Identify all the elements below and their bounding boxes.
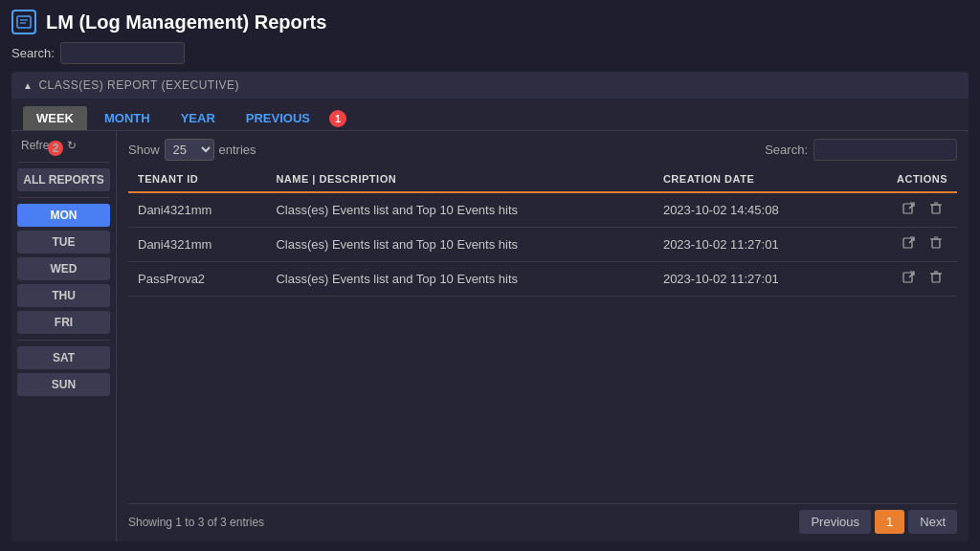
cell-date: 2023-10-02 11:27:01 <box>654 262 854 297</box>
section-header[interactable]: ▲ Class(es) report (executive) <box>11 72 969 99</box>
cell-name: Class(es) Events list and Top 10 Events … <box>266 262 654 297</box>
sidebar-day-mon[interactable]: MON <box>17 204 110 227</box>
table-footer: Showing 1 to 3 of 3 entries Previous 1 N… <box>128 503 957 534</box>
chevron-icon: ▲ <box>23 80 33 91</box>
cell-tenant-id: Dani4321mm <box>128 192 266 228</box>
tab-month[interactable]: MONTH <box>91 106 164 130</box>
svg-rect-0 <box>17 16 31 28</box>
table-search-input[interactable] <box>813 139 957 161</box>
sidebar-day-sun[interactable]: SUN <box>17 373 110 396</box>
all-reports-button[interactable]: ALL REPORTS <box>17 168 110 191</box>
cell-actions <box>854 262 957 297</box>
sidebar-day-thu[interactable]: THU <box>17 284 110 307</box>
open-button-2[interactable] <box>898 269 921 289</box>
open-button-1[interactable] <box>898 234 921 254</box>
sidebar-day-sat[interactable]: SAT <box>17 346 110 369</box>
show-entries: Show 25 10 50 100 entries <box>128 139 256 161</box>
entries-select[interactable]: 25 10 50 100 <box>165 139 214 161</box>
cell-name: Class(es) Events list and Top 10 Events … <box>266 228 654 262</box>
table-search-label: Search: <box>765 143 808 157</box>
showing-text: Showing 1 to 3 of 3 entries <box>128 516 264 529</box>
data-table: Tenant ID Name | Description Creation Da… <box>128 166 957 297</box>
svg-rect-3 <box>903 204 912 213</box>
top-search-input[interactable] <box>60 42 185 64</box>
svg-rect-15 <box>932 274 940 282</box>
svg-rect-13 <box>903 273 912 282</box>
delete-button-1[interactable] <box>924 234 947 254</box>
delete-button-2[interactable] <box>924 269 947 289</box>
cell-date: 2023-10-02 14:45:08 <box>654 192 854 228</box>
refresh-icon[interactable]: ↻ <box>67 139 77 152</box>
table-toolbar: Show 25 10 50 100 entries Search: <box>128 139 957 161</box>
entries-label: entries <box>219 143 256 157</box>
top-search-label: Search: <box>11 46 55 60</box>
main-content: Show 25 10 50 100 entries Search: <box>117 131 969 541</box>
section-panel: ▲ Class(es) report (executive) WEEK MONT… <box>11 72 969 541</box>
sidebar-divider-3 <box>17 340 110 341</box>
col-creation-date: Creation Date <box>654 166 854 192</box>
sidebar-day-wed[interactable]: WED <box>17 257 110 280</box>
svg-rect-10 <box>932 239 940 248</box>
show-label: Show <box>128 143 160 157</box>
sidebar-day-tue[interactable]: TUE <box>17 231 110 253</box>
tab-previous[interactable]: PREVIOUS <box>233 106 323 130</box>
table-row: PassProva2 Class(es) Events list and Top… <box>128 262 957 297</box>
app-header: LM (Log Management) Reports <box>11 10 969 34</box>
cell-tenant-id: PassProva2 <box>128 262 266 297</box>
cell-actions <box>854 228 957 262</box>
refresh-badge: 2 <box>48 141 63 156</box>
tab-week[interactable]: WEEK <box>23 106 87 130</box>
pagination: Previous 1 Next <box>799 510 957 534</box>
table-row: Dani4321mm Class(es) Events list and Top… <box>128 192 957 228</box>
prev-button[interactable]: Previous <box>799 510 871 534</box>
table-search: Search: <box>765 139 957 161</box>
refresh-section: Refresh ↻ 2 <box>17 139 110 152</box>
content-area: Refresh ↻ 2 ALL REPORTS MON TUE WED THU … <box>11 131 969 541</box>
sidebar-day-fri[interactable]: FRI <box>17 311 110 334</box>
sidebar: Refresh ↻ 2 ALL REPORTS MON TUE WED THU … <box>11 131 117 541</box>
tab-year[interactable]: YEAR <box>167 106 229 130</box>
col-tenant-id: Tenant ID <box>128 166 266 192</box>
delete-button-0[interactable] <box>924 200 947 220</box>
col-name-desc: Name | Description <box>266 166 654 192</box>
tabs-badge: 1 <box>329 110 346 127</box>
cell-name: Class(es) Events list and Top 10 Events … <box>266 192 654 228</box>
page-title: LM (Log Management) Reports <box>46 11 326 33</box>
cell-tenant-id: Dani4321mm <box>128 228 266 262</box>
col-actions: Actions <box>854 166 957 192</box>
next-button[interactable]: Next <box>908 510 957 534</box>
svg-rect-5 <box>932 205 940 213</box>
cell-date: 2023-10-02 11:27:01 <box>654 228 854 262</box>
table-row: Dani4321mm Class(es) Events list and Top… <box>128 228 957 262</box>
sidebar-divider-2 <box>17 197 110 198</box>
sidebar-divider-1 <box>17 162 110 163</box>
open-button-0[interactable] <box>898 200 921 220</box>
top-search-bar: Search: <box>11 42 969 64</box>
tabs-row: WEEK MONTH YEAR PREVIOUS 1 <box>11 99 969 131</box>
page-1-button[interactable]: 1 <box>875 510 904 534</box>
header-icon <box>11 10 36 34</box>
section-title: Class(es) report (executive) <box>38 78 239 92</box>
cell-actions <box>854 192 957 228</box>
svg-rect-8 <box>903 238 912 248</box>
